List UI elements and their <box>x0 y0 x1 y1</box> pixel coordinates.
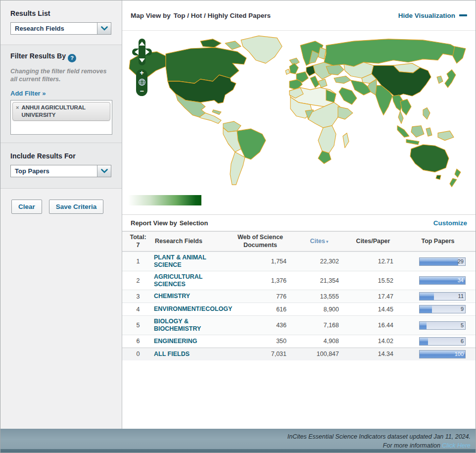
map-region-korea[interactable] <box>437 76 443 83</box>
cites-cell: 8,900 <box>292 306 346 313</box>
map-region-ireland[interactable] <box>286 69 290 75</box>
map-region-tasmania[interactable] <box>436 175 441 180</box>
documents-cell: 350 <box>228 338 292 345</box>
cites-per-paper-cell: 17.47 <box>346 293 400 300</box>
map-region-brazil[interactable] <box>237 129 266 159</box>
results-list-dropdown[interactable]: Research Fields <box>10 22 111 35</box>
top-papers-bar: 6 <box>419 337 466 346</box>
map-region-south-africa[interactable] <box>318 151 331 164</box>
map-view-title: Map View byTop / Hot / Highly Cited Pape… <box>131 12 271 19</box>
rank-cell: 2 <box>122 277 154 284</box>
filter-note: Changing the filter field removes all cu… <box>10 67 112 84</box>
filter-title: Filter Results By? <box>10 52 112 62</box>
cites-cell: 13,555 <box>292 293 346 300</box>
map-region-new-zealand[interactable] <box>450 178 457 187</box>
filter-tag[interactable]: × ANHUI AGRICULTURAL UNIVERSITY <box>12 102 110 121</box>
map-region-canada[interactable] <box>166 48 246 84</box>
footer-dataset-note: InCites Essential Science Indicators dat… <box>0 432 471 441</box>
remove-filter-icon[interactable]: × <box>16 104 19 118</box>
field-link[interactable]: BIOLOGY & BIOCHEMISTRY <box>154 318 228 333</box>
field-link[interactable]: PLANT & ANIMAL SCIENCE <box>154 254 228 269</box>
total-value: 7 <box>123 242 153 250</box>
globe-icon[interactable] <box>138 78 146 86</box>
field-link[interactable]: CHEMISTRY <box>154 293 228 300</box>
world-map-choropleth[interactable] <box>126 33 473 191</box>
field-link[interactable]: ALL FIELDS <box>154 351 228 358</box>
map-region-balkans[interactable] <box>318 79 327 88</box>
map-region-borneo[interactable] <box>411 126 424 137</box>
map-region-italy[interactable] <box>310 76 319 87</box>
map-region-ukraine[interactable] <box>326 64 344 75</box>
column-header-cites-per-paper[interactable]: Cites/Paper <box>346 236 400 248</box>
help-icon[interactable]: ? <box>68 54 76 62</box>
field-link[interactable]: ENGINEERING <box>154 338 228 345</box>
save-criteria-button[interactable]: Save Criteria <box>49 200 104 214</box>
map-region-greenland[interactable] <box>241 36 282 63</box>
top-papers-value: 5 <box>461 322 464 328</box>
map-region-turkey[interactable] <box>334 76 351 83</box>
column-header-top-papers[interactable]: Top Papers <box>400 236 476 248</box>
map-region-japan[interactable] <box>445 70 456 88</box>
click-here-link[interactable]: Click Here <box>442 442 471 449</box>
map-region-uk[interactable] <box>289 63 298 74</box>
include-results-dropdown[interactable]: Top Papers <box>10 165 111 177</box>
cites-per-paper-cell: 12.71 <box>346 258 400 265</box>
map-region-sulawesi[interactable] <box>426 128 432 136</box>
map-pan-control[interactable] <box>132 39 152 65</box>
include-results-selected-value: Top Papers <box>11 165 97 177</box>
documents-cell: 776 <box>228 293 292 300</box>
add-filter-link[interactable]: Add Filter » <box>10 90 46 97</box>
map-region-arctic-islands[interactable] <box>200 39 221 48</box>
map-region-chukotka[interactable] <box>453 47 466 63</box>
map-region-philippines[interactable] <box>423 107 430 119</box>
rank-cell: 5 <box>122 322 154 329</box>
map-region-argentina-chile[interactable] <box>230 152 245 185</box>
map-region-southern-africa[interactable] <box>318 126 336 153</box>
customize-link[interactable]: Customize <box>433 219 467 227</box>
map-region-australia[interactable] <box>410 145 449 172</box>
map-region-arctic-islands[interactable] <box>225 41 241 50</box>
map-region-malay-peninsula[interactable] <box>398 111 403 124</box>
cites-header-label: Cites <box>310 238 325 245</box>
map-region-egypt[interactable] <box>326 90 336 102</box>
map-region-central-america[interactable] <box>199 113 221 123</box>
field-link[interactable]: ENVIRONMENT/ECOLOGY <box>154 305 228 313</box>
report-view-title-value: Selection <box>180 219 208 227</box>
map-region-madagascar[interactable] <box>343 133 349 148</box>
map-region-sumatra[interactable] <box>397 126 409 137</box>
cites-per-paper-cell: 14.02 <box>346 338 400 345</box>
map-region-russia[interactable] <box>324 39 462 66</box>
results-list-title: Results List <box>10 9 112 17</box>
top-papers-bar: 100 <box>419 350 466 358</box>
map-region-saudi-arabia[interactable] <box>339 88 357 104</box>
map-region-new-guinea[interactable] <box>438 131 454 140</box>
filter-tag-label: ANHUI AGRICULTURAL UNIVERSITY <box>21 104 107 118</box>
include-results-title: Include Results For <box>10 152 112 160</box>
collapse-icon <box>459 14 467 16</box>
cites-per-paper-cell: 14.45 <box>346 306 400 313</box>
rank-cell: 0 <box>122 351 154 357</box>
top-papers-value: 34 <box>458 277 464 283</box>
map-region-horn-of-africa[interactable] <box>338 106 353 119</box>
top-papers-bar: 11 <box>419 292 466 301</box>
hide-visualization-link[interactable]: Hide Visualization <box>398 12 467 19</box>
zoom-in-button[interactable]: + <box>140 70 143 76</box>
cites-cell: 22,302 <box>292 258 346 265</box>
chevron-down-icon[interactable] <box>97 23 111 34</box>
map-region-cuba[interactable] <box>212 110 221 115</box>
chevron-down-icon[interactable] <box>97 165 111 177</box>
map-region-java[interactable] <box>406 139 419 145</box>
column-header-documents[interactable]: Web of Science Documents <box>228 232 292 251</box>
column-header-cites-sorted[interactable]: Cites▾ <box>292 236 346 248</box>
include-results-section: Include Results For Top Papers <box>0 143 122 189</box>
map-region-new-zealand[interactable] <box>455 169 461 177</box>
active-filters-box: × ANHUI AGRICULTURAL UNIVERSITY <box>10 100 112 135</box>
field-link[interactable]: AGRICULTURAL SCIENCES <box>154 273 228 288</box>
map-region-indochina[interactable] <box>400 99 411 115</box>
map-zoom-control[interactable]: + − <box>136 69 147 96</box>
clear-button[interactable]: Clear <box>11 200 42 214</box>
top-papers-bar: 34 <box>419 276 466 285</box>
rank-cell: 1 <box>122 258 154 265</box>
zoom-out-button[interactable]: − <box>140 88 143 95</box>
column-header-research-fields[interactable]: Research Fields <box>154 236 228 248</box>
